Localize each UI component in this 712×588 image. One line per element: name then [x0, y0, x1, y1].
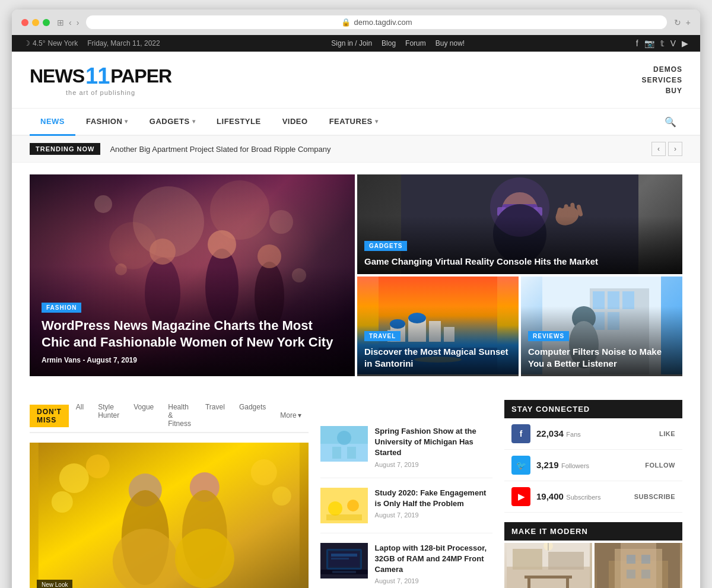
new-look-badge: New Look — [37, 580, 72, 588]
tab-all[interactable]: All — [69, 400, 91, 432]
header-demos-link[interactable]: DEMOS — [642, 65, 682, 74]
nav-video[interactable]: VIDEO — [272, 109, 319, 136]
blog-link[interactable]: Blog — [382, 39, 396, 47]
hero-santorini-title: Discover the Most Magical Sunset in Sant… — [364, 346, 511, 369]
article-thumb-laptop — [320, 543, 368, 579]
construction-illustration — [595, 543, 682, 588]
moon-icon: ☽ — [24, 39, 30, 47]
svg-rect-91 — [627, 555, 635, 564]
back-icon[interactable]: ‹ — [69, 18, 72, 27]
forum-link[interactable]: Forum — [405, 39, 426, 47]
nav-lifestyle[interactable]: LIFESTYLE — [206, 109, 272, 136]
nav-news[interactable]: NEWS — [30, 109, 75, 136]
article-list-title-2: Laptop with 128-bit Processor, 32GB of R… — [375, 543, 492, 576]
dont-miss-section: DON'T MISS All Style Hunter Vogue Health… — [12, 388, 700, 588]
hero-main-meta: Armin Vans - August 7, 2019 — [42, 356, 343, 364]
hero-main-article[interactable]: FASHION WordPress News Magazine Charts t… — [30, 174, 355, 376]
reload-icon[interactable]: ↻ — [674, 18, 681, 27]
instagram-topbar-icon[interactable]: 📷 — [644, 39, 654, 48]
trending-label: TRENDING NOW — [30, 143, 100, 155]
make-modern-grid — [504, 543, 682, 588]
svg-rect-57 — [320, 444, 368, 462]
youtube-logo-icon: ▶ — [511, 487, 530, 506]
signin-link[interactable]: Sign in / Join — [331, 39, 372, 47]
minimize-button[interactable] — [32, 19, 39, 26]
dont-miss-list-spacer — [320, 400, 492, 426]
site-logo[interactable]: NEWS11PAPER the art of publishing — [30, 63, 171, 96]
make-modern-construction-image[interactable] — [595, 543, 682, 588]
list-item[interactable]: Study 2020: Fake Engagement is Only Half… — [320, 488, 492, 533]
make-modern-interior-image[interactable] — [504, 543, 592, 588]
svg-point-45 — [59, 463, 89, 493]
tab-style-hunter[interactable]: Style Hunter — [91, 400, 126, 432]
maximize-button[interactable] — [43, 19, 50, 26]
facebook-social-row[interactable]: f 22,034 Fans LIKE — [504, 418, 682, 450]
nav-fashion[interactable]: FASHION ▾ — [75, 109, 139, 136]
address-bar[interactable]: 🔒 demo.tagdiv.com — [86, 15, 666, 29]
tab-more[interactable]: More ▾ — [273, 400, 308, 432]
dont-miss-featured-image[interactable]: New Look — [30, 443, 309, 588]
trending-prev-button[interactable]: ‹ — [651, 142, 666, 156]
new-tab-icon[interactable]: + — [686, 18, 691, 27]
twitter-info: 3,219 Followers — [536, 460, 639, 471]
tab-gadgets[interactable]: Gadgets — [232, 400, 273, 432]
logo-number: 11 — [85, 63, 109, 89]
security-icon: 🔒 — [341, 18, 351, 27]
hero-santorini-article[interactable]: TRAVEL Discover the Most Magical Sunset … — [357, 276, 519, 376]
header-services-link[interactable]: SERVICES — [642, 76, 682, 84]
svg-rect-69 — [331, 554, 357, 557]
twitter-social-row[interactable]: 🐦 3,219 Followers FOLLOW — [504, 450, 682, 481]
browser-nav-controls: ⊞ ‹ › — [57, 18, 79, 27]
chevron-down-icon: ▾ — [298, 411, 301, 419]
svg-rect-70 — [331, 558, 349, 560]
hero-vr-article[interactable]: GADGETS Game Changing Virtual Reality Co… — [357, 174, 682, 274]
youtube-count: 19,400 — [536, 491, 564, 501]
svg-point-4 — [150, 239, 176, 265]
nav-gadgets[interactable]: GADGETS ▾ — [139, 109, 206, 136]
top-bar-links: Sign in / Join Blog Forum Buy now! — [331, 39, 465, 47]
svg-rect-80 — [513, 549, 542, 570]
youtube-social-row[interactable]: ▶ 19,400 Subscribers SUBSCRIBE — [504, 481, 682, 513]
svg-point-8 — [258, 244, 281, 268]
trending-next-button[interactable]: › — [668, 142, 682, 156]
youtube-info: 19,400 Subscribers — [536, 491, 628, 502]
tab-travel[interactable]: Travel — [198, 400, 232, 432]
hero-vr-overlay: GADGETS Game Changing Virtual Reality Co… — [357, 216, 682, 275]
nav-features[interactable]: FEATURES ▾ — [319, 109, 389, 136]
svg-rect-92 — [641, 555, 650, 564]
dont-miss-featured: DON'T MISS All Style Hunter Vogue Health… — [30, 400, 309, 588]
trending-text[interactable]: Another Big Apartment Project Slated for… — [110, 145, 642, 154]
twitter-follow-button[interactable]: FOLLOW — [645, 462, 675, 469]
chevron-down-icon: ▾ — [192, 118, 196, 125]
list-item[interactable]: Laptop with 128-bit Processor, 32GB of R… — [320, 543, 492, 588]
facebook-like-button[interactable]: LIKE — [659, 430, 675, 437]
temperature: 4.5° — [33, 39, 45, 47]
list-item[interactable]: Spring Fashion Show at the University of… — [320, 426, 492, 478]
make-modern-widget: MAKE IT MODERN — [504, 522, 682, 588]
facebook-logo-icon: f — [511, 424, 530, 443]
interior-illustration — [504, 543, 592, 588]
search-icon[interactable]: 🔍 — [659, 110, 682, 134]
buynow-link[interactable]: Buy now! — [436, 39, 465, 47]
forward-icon[interactable]: › — [77, 18, 80, 27]
svg-rect-72 — [332, 571, 356, 573]
article-list-title-0: Spring Fashion Show at the University of… — [375, 426, 492, 459]
tab-vogue[interactable]: Vogue — [126, 400, 161, 432]
sidebar-toggle-icon[interactable]: ⊞ — [57, 18, 64, 27]
youtube-subscribe-button[interactable]: SUBSCRIBE — [634, 493, 675, 500]
close-button[interactable] — [21, 19, 28, 26]
twitter-topbar-icon[interactable]: 𝕥 — [660, 39, 665, 48]
weather-widget: ☽ 4.5° New York — [24, 39, 78, 47]
top-bar: ☽ 4.5° New York Friday, March 11, 2022 S… — [12, 35, 700, 52]
browser-right-controls: ↻ + — [674, 18, 691, 27]
vimeo-topbar-icon[interactable]: V — [670, 39, 676, 48]
facebook-topbar-icon[interactable]: f — [636, 39, 638, 48]
header-buy-link[interactable]: BUY — [642, 87, 682, 95]
tab-health[interactable]: Health & Fitness — [161, 400, 198, 432]
logo-news: NEWS — [30, 65, 84, 87]
url-text: demo.tagdiv.com — [354, 18, 412, 27]
svg-point-10 — [269, 210, 293, 234]
hero-reviews-article[interactable]: REVIEWS Computer Filters Noise to Make Y… — [521, 276, 682, 376]
youtube-topbar-icon[interactable]: ▶ — [682, 39, 688, 48]
article-list-content-2: Laptop with 128-bit Processor, 32GB of R… — [375, 543, 492, 585]
